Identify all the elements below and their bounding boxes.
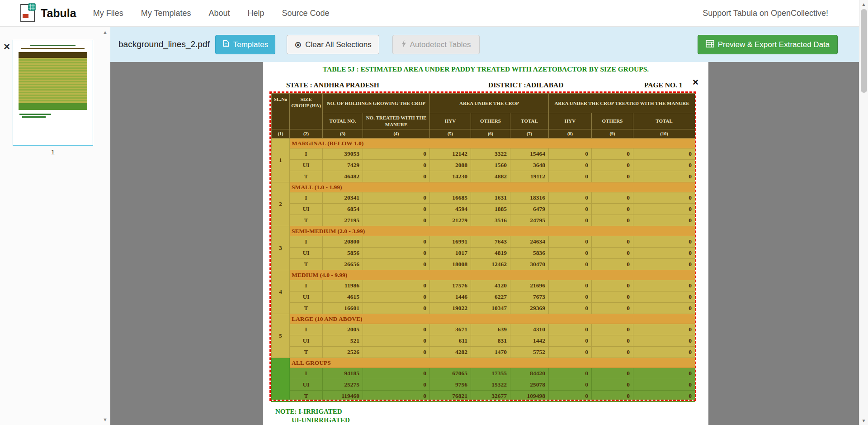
thumbnail-table-header bbox=[19, 52, 87, 58]
state-label: STATE : ANDHRA PRADESH bbox=[286, 81, 379, 89]
table-selection[interactable] bbox=[269, 91, 696, 401]
page-thumbnail[interactable] bbox=[13, 40, 93, 146]
toolbar: background_lines_2.pdf Templates ⊗ Clear… bbox=[110, 27, 859, 62]
sidebar-scroll-up-icon[interactable]: ▲ bbox=[103, 29, 108, 35]
filename-label: background_lines_2.pdf bbox=[118, 39, 210, 49]
pdf-table-title: TABLE 5J : ESTIMATED AREA UNDER PADDY TR… bbox=[263, 65, 708, 73]
thumbnail-subtitle-line bbox=[21, 48, 85, 49]
navbar: Tabula My FilesMy TemplatesAboutHelpSour… bbox=[0, 0, 868, 27]
clear-selections-button[interactable]: ⊗ Clear All Selections bbox=[287, 35, 379, 54]
district-label: DISTRICT :ADILABAD bbox=[488, 81, 563, 89]
scrollbar-thumb[interactable] bbox=[861, 9, 867, 93]
nav-item-source-code[interactable]: Source Code bbox=[282, 9, 330, 18]
support-link[interactable]: Support Tabula on OpenCollective! bbox=[703, 9, 828, 18]
clear-circle-x-icon: ⊗ bbox=[294, 40, 302, 49]
window-scrollbar[interactable]: ▲ ▼ bbox=[859, 0, 868, 425]
template-icon bbox=[222, 40, 230, 49]
note-line-2: UI-UNIRRIGATED bbox=[292, 416, 350, 424]
nav-item-my-files[interactable]: My Files bbox=[93, 9, 123, 18]
main-nav: My FilesMy TemplatesAboutHelpSource Code bbox=[93, 9, 330, 18]
templates-button-label: Templates bbox=[233, 40, 268, 49]
flash-icon bbox=[401, 40, 406, 50]
nav-item-my-templates[interactable]: My Templates bbox=[141, 9, 191, 18]
thumbnail-table-footer bbox=[19, 103, 87, 110]
clear-button-label: Clear All Selections bbox=[305, 40, 371, 49]
selection-close-icon[interactable]: × bbox=[693, 77, 698, 87]
nav-item-help[interactable]: Help bbox=[247, 9, 264, 18]
preview-export-button[interactable]: Preview & Export Extracted Data bbox=[698, 35, 838, 54]
table-grid-icon bbox=[706, 40, 714, 50]
tabula-logo-icon[interactable] bbox=[20, 3, 36, 23]
remove-page-icon[interactable]: × bbox=[4, 41, 10, 52]
note-line-1: NOTE: I-IRRIGATED bbox=[275, 408, 342, 415]
scrollbar-up-icon[interactable]: ▲ bbox=[859, 2, 868, 7]
scrollbar-down-icon[interactable]: ▼ bbox=[859, 418, 868, 423]
thumbnail-table-rows bbox=[19, 58, 87, 103]
thumbnail-title-line bbox=[30, 45, 75, 46]
templates-button[interactable]: Templates bbox=[215, 35, 275, 54]
thumbnail-table bbox=[19, 52, 87, 110]
pdf-page[interactable]: TABLE 5J : ESTIMATED AREA UNDER PADDY TR… bbox=[263, 62, 708, 425]
nav-item-about[interactable]: About bbox=[208, 9, 230, 18]
export-button-label: Preview & Export Extracted Data bbox=[718, 40, 830, 49]
page-no-label: PAGE NO. 1 bbox=[644, 81, 683, 89]
autodetect-button-label: Autodetect Tables bbox=[410, 40, 471, 49]
autodetect-tables-button[interactable]: Autodetect Tables bbox=[392, 35, 480, 54]
page-number: 1 bbox=[13, 148, 93, 156]
sidebar-scroll-down-icon[interactable]: ▼ bbox=[103, 417, 108, 422]
thumbnail-note-line bbox=[22, 116, 46, 118]
document-viewer: TABLE 5J : ESTIMATED AREA UNDER PADDY TR… bbox=[110, 62, 859, 425]
brand-title[interactable]: Tabula bbox=[41, 7, 76, 20]
thumbnail-sidebar: × 1 ▲ ▼ bbox=[0, 27, 110, 425]
thumbnail-note-line bbox=[19, 114, 51, 115]
